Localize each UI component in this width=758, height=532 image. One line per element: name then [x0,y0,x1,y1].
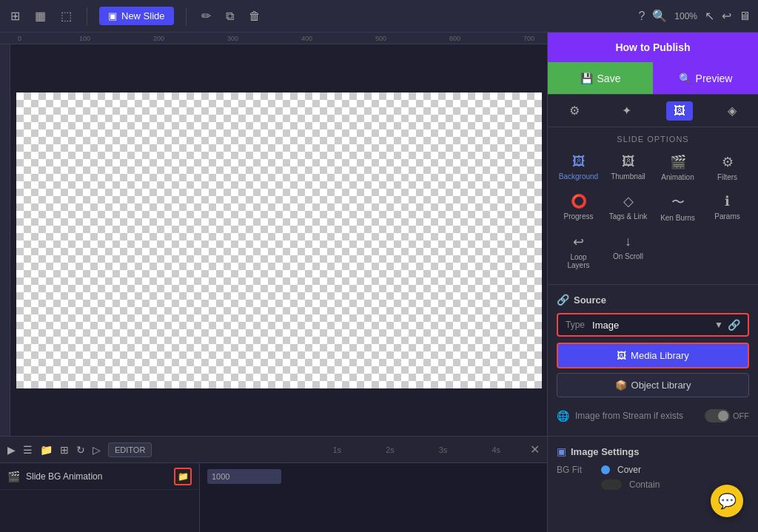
seq-value: 1000 [212,472,229,481]
type-key-label: Type [566,320,585,330]
trash-icon[interactable]: 🗑 [246,7,264,26]
background-icon: 🖼 [572,154,586,169]
table-row[interactable]: 🎬 Slide BG Animation 📁 [0,463,199,490]
timeline-sequence: 1000 [200,463,547,532]
ruler-mark-700: 700 [523,35,534,42]
time-2s: 2s [386,445,395,454]
chat-button[interactable]: 💬 [711,485,743,517]
new-slide-button[interactable]: ▣ New Slide [99,7,174,25]
opt-params[interactable]: ℹ Params [704,189,751,226]
background-label: Background [559,172,598,181]
stream-toggle[interactable] [705,409,730,422]
tags-link-icon: ◇ [623,193,634,209]
thumbnail-icon: 🖼 [622,154,635,169]
time-1s: 1s [333,445,342,454]
tab-media[interactable]: 🖼 [666,101,693,121]
object-library-button[interactable]: 📦 Object Library [557,373,749,397]
tab-layers[interactable]: ◈ [720,101,744,121]
panel-tabs: ⚙ ✦ 🖼 ◈ [548,95,758,127]
params-icon: ℹ [725,193,730,209]
zoom-level: 100% [674,11,697,21]
toolbar-sep-1 [87,7,87,25]
save-button[interactable]: 💾 Save [548,62,653,94]
source-label: Source [574,294,606,306]
source-section: 🔗 Source Type Image Video Color Gradient… [548,288,758,433]
copy-icon[interactable]: ⧉ [223,7,237,26]
track-folder-button[interactable]: 📁 [174,468,192,485]
stream-icon: 🌐 [557,410,569,422]
opt-background[interactable]: 🖼 Background [555,149,602,186]
cursor-icon[interactable]: ↖ [705,9,714,23]
ken-burns-label: Ken Burns [660,214,695,222]
preview-label: Preview [696,73,733,84]
timeline-content: 🎬 Slide BG Animation 📁 1000 [0,463,547,532]
ruler-vertical [0,44,10,436]
ruler-mark-200: 200 [153,35,164,42]
image-settings-header: ▣ Image Settings [557,445,749,457]
type-row: Type Image Video Color Gradient ▼ 🔗 [557,313,749,337]
undo-icon[interactable]: ↩ [722,9,731,23]
cover-radio[interactable] [601,465,610,474]
tl-icon-play2[interactable]: ▷ [93,444,101,456]
help-icon[interactable]: ? [638,10,645,23]
panel-title: How to Publish [615,41,690,53]
tl-icon-play[interactable]: ▶ [7,444,16,456]
opt-filters[interactable]: ⚙ Filters [704,149,751,186]
search-icon[interactable]: 🔍 [652,9,667,23]
opt-thumbnail[interactable]: 🖼 Thumbnail [605,149,651,186]
icon-columns[interactable]: ▦ [32,6,49,26]
timeline-close-button[interactable]: ✕ [530,442,540,457]
type-link-icon[interactable]: 🔗 [728,319,740,331]
toolbar-right: ? 🔍 100% ↖ ↩ 🖥 [638,9,751,23]
tab-settings[interactable]: ⚙ [562,101,587,121]
ruler-mark-500: 500 [375,35,386,42]
timeline-area: ▶ ☰ 📁 ⊞ ↻ ▷ EDITOR 1s 2s 3s 4s ✕ 🎬 [0,436,547,532]
contain-toggle[interactable] [601,479,622,490]
image-settings-label: Image Settings [571,446,639,457]
opt-ken-burns[interactable]: 〜 Ken Burns [654,189,701,226]
opt-animation[interactable]: 🎬 Animation [654,149,701,186]
sequence-bar[interactable]: 1000 [207,469,281,484]
animation-label: Animation [661,173,694,181]
image-settings-icon: ▣ [557,445,566,457]
media-library-button[interactable]: 🖼 Media Library [557,343,749,368]
tab-elements[interactable]: ✦ [614,101,639,121]
toolbar-sep-2 [186,7,187,25]
tl-icon-list[interactable]: ☰ [23,444,33,456]
preview-button[interactable]: 🔍 Preview [653,62,758,94]
pencil-icon[interactable]: ✏ [198,6,214,26]
ken-burns-icon: 〜 [671,193,685,211]
monitor-icon[interactable]: 🖥 [739,10,751,23]
media-library-icon: 🖼 [617,350,626,361]
source-link-icon: 🔗 [557,294,569,306]
progress-label: Progress [563,212,593,220]
tl-icon-grid[interactable]: ⊞ [60,444,69,456]
opt-progress[interactable]: ⭕ Progress [555,189,602,226]
toggle-knob [718,411,728,421]
canvas-wrapper: 0 100 200 300 400 500 600 700 ▶ ☰ 📁 ⊞ [0,33,547,532]
time-4s: 4s [492,445,500,454]
slide-canvas[interactable] [16,92,542,388]
settings-icon: ⚙ [569,104,580,118]
ruler-mark-300: 300 [227,35,238,42]
icon-grid[interactable]: ⊞ [7,6,23,26]
chat-icon: 💬 [718,492,737,510]
params-label: Params [714,212,739,220]
opt-on-scroll[interactable]: ↓ On Scroll [605,229,651,274]
filters-icon: ⚙ [722,154,734,170]
filters-label: Filters [717,173,737,181]
ruler-mark-400: 400 [301,35,312,42]
slide-options-title: SLIDE OPTIONS [548,127,758,149]
time-marks: 1s 2s 3s 4s [333,445,516,454]
icon-frame[interactable]: ⬚ [58,6,75,26]
on-scroll-icon: ↓ [625,234,631,249]
tl-icon-loop[interactable]: ↻ [76,444,85,456]
type-select[interactable]: Image Video Color Gradient [592,320,714,331]
opt-loop-layers[interactable]: ↩ Loop Layers [555,229,602,274]
canvas-container[interactable] [10,44,547,436]
tl-icon-folder[interactable]: 📁 [40,444,53,456]
stream-row: 🌐 Image from Stream if exists OFF [557,405,749,427]
media-icon: 🖼 [674,104,685,118]
animation-icon: 🎬 [670,154,686,170]
opt-tags-link[interactable]: ◇ Tags & Link [605,189,651,226]
